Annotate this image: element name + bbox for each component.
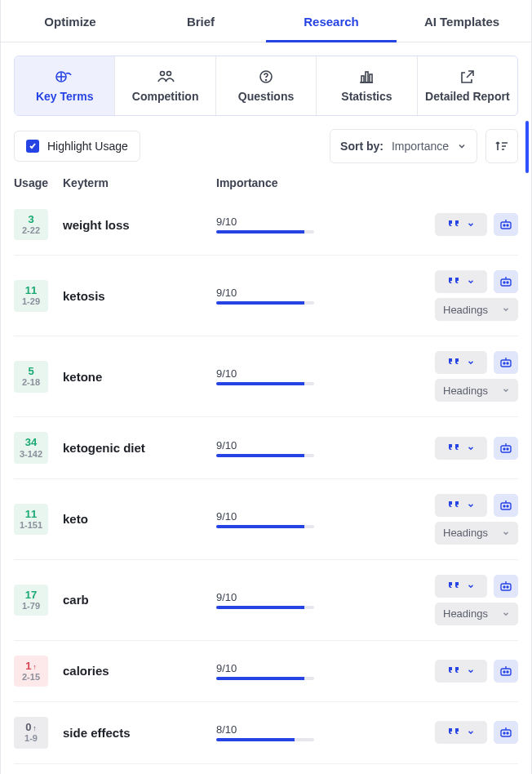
svg-rect-29 [501, 730, 511, 736]
svg-point-4 [266, 80, 267, 81]
svg-point-21 [503, 505, 505, 507]
tab-optimize[interactable]: Optimize [5, 15, 135, 42]
row-actions: Headings [404, 351, 518, 402]
keyterm-text: carb [63, 593, 216, 607]
table-row: 343-142ketogenic diet9/10 [14, 417, 518, 478]
importance-cell: 8/10 [216, 723, 404, 741]
tab-ai-templates[interactable]: AI Templates [397, 15, 527, 42]
importance-cell: 9/10 [216, 367, 404, 385]
subtab-label: Detailed Report [425, 90, 509, 103]
svg-rect-23 [501, 584, 511, 590]
quote-button[interactable] [435, 721, 487, 744]
ai-button[interactable] [494, 270, 518, 293]
svg-rect-8 [501, 222, 511, 229]
table-row: 1↑2-15calories9/10 [14, 641, 518, 702]
sort-select[interactable]: Sort by: Importance [330, 129, 477, 163]
row-actions: Headings [404, 575, 518, 625]
svg-point-31 [507, 732, 508, 734]
quote-button[interactable] [435, 213, 487, 236]
svg-point-1 [160, 72, 164, 76]
svg-rect-6 [366, 72, 368, 82]
svg-point-12 [503, 282, 505, 283]
keyterm-text: keto [63, 512, 216, 526]
ai-button[interactable] [494, 494, 518, 517]
keyterm-text: ketogenic diet [63, 441, 216, 455]
keyterm-text: ketosis [63, 289, 216, 303]
svg-point-22 [507, 505, 508, 507]
svg-point-10 [507, 225, 508, 226]
keyterm-text: calories [63, 664, 216, 678]
ai-button[interactable] [494, 721, 518, 744]
usage-pill: 0↑1-9 [14, 717, 48, 748]
highlight-usage-toggle[interactable]: Highlight Usage [14, 131, 140, 162]
importance-cell: 9/10 [216, 591, 404, 609]
usage-pill: 32-22 [14, 209, 48, 240]
keyterm-text: ketone [63, 370, 216, 384]
svg-rect-17 [501, 446, 511, 452]
ai-button[interactable] [494, 660, 518, 683]
usage-pill: 111-151 [14, 504, 48, 535]
svg-point-27 [503, 671, 505, 673]
row-actions [404, 213, 518, 236]
checkbox-checked-icon [26, 140, 39, 153]
subtab-label: Key Terms [36, 90, 94, 103]
quote-button[interactable] [435, 351, 487, 374]
quote-button[interactable] [435, 270, 487, 293]
quote-button[interactable] [435, 494, 487, 517]
ai-button[interactable] [494, 213, 518, 236]
importance-cell: 9/10 [216, 662, 404, 680]
importance-cell: 9/10 [216, 216, 404, 234]
ai-button[interactable] [494, 437, 518, 460]
svg-rect-20 [501, 503, 511, 509]
row-actions: Headings [404, 270, 518, 321]
svg-rect-14 [501, 360, 511, 367]
svg-point-2 [166, 72, 171, 76]
row-actions [404, 660, 518, 683]
svg-rect-26 [501, 669, 511, 675]
usage-pill: 343-142 [14, 432, 48, 463]
subtab-key-terms[interactable]: Key Terms [15, 56, 115, 115]
usage-pill: 111-29 [14, 280, 48, 311]
subtab-label: Competition [132, 90, 199, 103]
quote-button[interactable] [435, 660, 487, 683]
sort-direction-button[interactable] [485, 129, 518, 163]
tab-research[interactable]: Research [266, 15, 397, 42]
table-row: 52-18ketone9/10Headings [14, 336, 518, 417]
subtab-label: Statistics [341, 90, 392, 103]
svg-point-28 [507, 671, 508, 673]
col-importance: Importance [216, 176, 404, 189]
table-row: 111-29ketosis9/10Headings [14, 256, 518, 336]
svg-point-24 [503, 586, 505, 588]
svg-rect-5 [361, 76, 364, 82]
keyterm-text: weight loss [63, 218, 216, 232]
ai-button[interactable] [494, 575, 518, 598]
svg-point-30 [503, 732, 505, 734]
headings-dropdown[interactable]: Headings [435, 298, 518, 321]
ai-button[interactable] [494, 351, 518, 374]
bar-chart-icon [357, 69, 376, 85]
subtab-statistics[interactable]: Statistics [317, 56, 417, 115]
table-row: 0↑1-8nutrition8/10Headings [14, 764, 518, 774]
quote-button[interactable] [435, 437, 487, 460]
subtab-competition[interactable]: Competition [115, 56, 215, 115]
svg-point-13 [507, 282, 508, 283]
svg-point-16 [507, 363, 508, 364]
tab-brief[interactable]: Brief [135, 15, 266, 42]
headings-dropdown[interactable]: Headings [435, 522, 518, 545]
quote-button[interactable] [435, 575, 487, 598]
svg-point-9 [503, 225, 505, 226]
row-actions [404, 437, 518, 460]
usage-pill: 171-79 [14, 585, 48, 616]
usage-pill: 52-18 [14, 361, 48, 392]
subtab-questions[interactable]: Questions [216, 56, 317, 115]
importance-cell: 9/10 [216, 287, 404, 305]
headings-dropdown[interactable]: Headings [435, 379, 518, 402]
col-usage: Usage [14, 176, 63, 189]
col-keyterm: Keyterm [63, 176, 216, 189]
importance-cell: 9/10 [216, 439, 404, 457]
question-icon [256, 69, 276, 85]
sort-by-label: Sort by: [340, 140, 383, 153]
subtab-detailed-report[interactable]: Detailed Report [418, 56, 517, 115]
table-body: 32-22weight loss9/10111-29ketosis9/10Hea… [1, 194, 531, 774]
headings-dropdown[interactable]: Headings [435, 603, 518, 625]
